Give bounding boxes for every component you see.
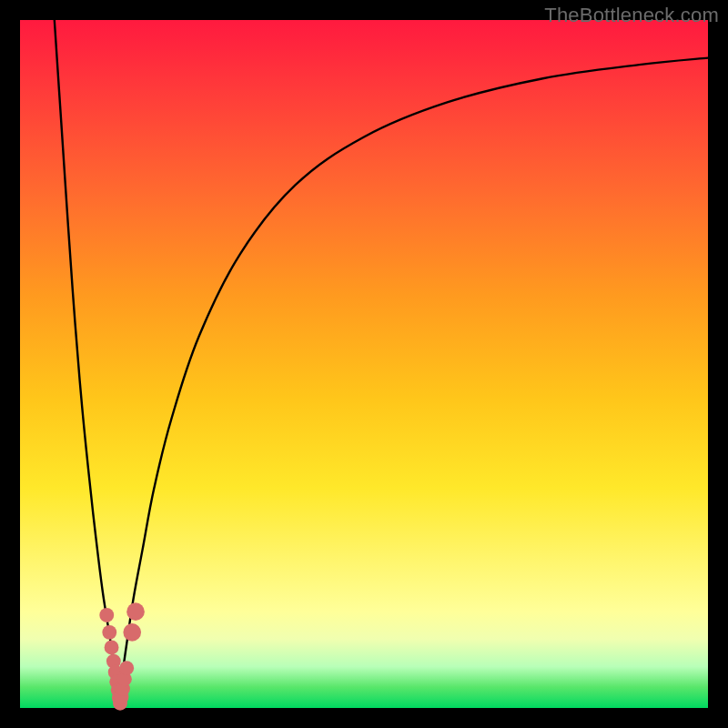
data-marker xyxy=(105,641,119,655)
curve-right-branch xyxy=(119,58,708,705)
chart-frame: TheBottleneck.com xyxy=(0,0,728,728)
watermark-text: TheBottleneck.com xyxy=(544,4,719,27)
data-marker xyxy=(123,623,141,642)
data-marker xyxy=(99,608,114,622)
marker-layer xyxy=(99,602,145,710)
data-marker xyxy=(102,625,116,640)
data-marker xyxy=(119,661,134,675)
curve-layer xyxy=(20,20,708,708)
data-marker xyxy=(126,602,145,621)
curve-left-branch xyxy=(55,20,119,704)
plot-area xyxy=(20,20,708,708)
